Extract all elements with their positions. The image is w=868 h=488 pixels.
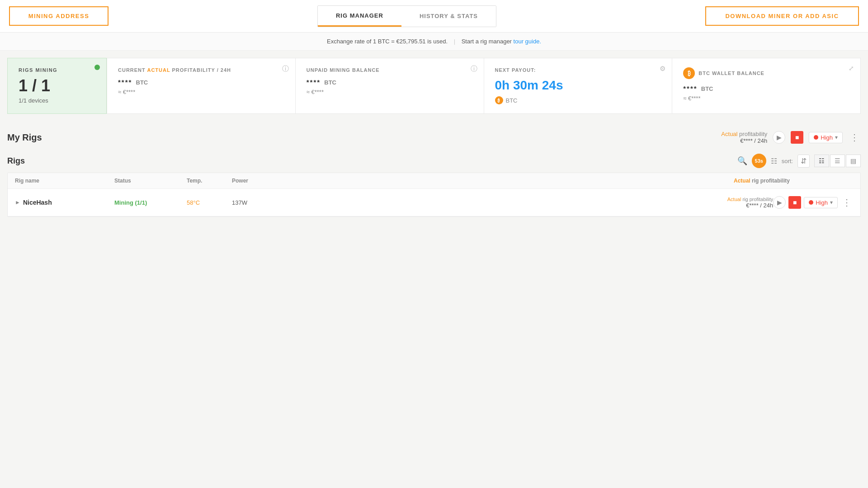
btc-wallet-card: ⤢ ₿ BTC WALLET BALANCE **** BTC ≈ €****: [672, 58, 861, 114]
col-rig-name-header: Rig name: [15, 178, 114, 184]
rigs-search-icon[interactable]: 🔍: [737, 156, 747, 166]
rigs-timer-badge: 53s: [752, 154, 766, 168]
rigs-mining-value: 1 / 1: [19, 76, 95, 95]
mining-address-button[interactable]: MINING ADDRESS: [9, 6, 108, 26]
rigs-mining-devices: 1/1 devices: [19, 97, 95, 104]
wallet-header: ₿ BTC WALLET BALANCE: [683, 67, 849, 79]
stats-row: RIGS MINING 1 / 1 1/1 devices ⓘ CURRENT …: [0, 51, 868, 121]
my-rigs-profit-label: Actual profitability: [721, 131, 767, 137]
my-rigs-high-badge[interactable]: High ▾: [809, 132, 843, 143]
rigs-sort-button[interactable]: ⇵: [797, 155, 810, 168]
col-profit-header: Actual rig profitability: [672, 178, 790, 184]
rig-high-label: High: [816, 199, 828, 206]
rigs-list-view-button[interactable]: ☰: [830, 155, 845, 167]
tab-rig-manager[interactable]: RIG MANAGER: [318, 6, 401, 27]
rig-table-header: Rig name Status Temp. Power Actual rig p…: [8, 173, 860, 189]
tour-guide-link[interactable]: tour guide.: [514, 38, 541, 45]
profitability-card: ⓘ CURRENT ACTUAL PROFITABILITY / 24H ***…: [107, 58, 295, 114]
unpaid-info-icon[interactable]: ⓘ: [471, 65, 477, 73]
download-miner-button[interactable]: DOWNLOAD MINER OR ADD ASIC: [705, 6, 859, 26]
online-indicator: [94, 65, 100, 70]
my-rigs-title: My Rigs: [7, 132, 42, 143]
rig-power-cell: 137W: [232, 199, 277, 206]
wallet-label: BTC WALLET BALANCE: [698, 70, 764, 76]
rig-actions-cell: ▶ ■ High ▾ ⋮: [773, 195, 853, 210]
rig-more-button[interactable]: ⋮: [840, 195, 853, 210]
table-row: ► NiceHash Mining (1/1) 58°C 137W Actual…: [8, 189, 860, 216]
wallet-expand-icon[interactable]: ⤢: [849, 65, 854, 72]
unpaid-eur: ≈ €****: [307, 89, 473, 95]
center-tabs: RIG MANAGER HISTORY & STATS: [317, 5, 496, 27]
tab-history-stats[interactable]: HISTORY & STATS: [401, 6, 496, 27]
rigs-section: Rigs 🔍 53s ☷ sort: ⇵ ☷ ☰ ▤ Rig name Stat…: [0, 149, 868, 221]
rig-play-button[interactable]: ▶: [773, 196, 786, 209]
payout-gear-icon[interactable]: ⚙: [660, 65, 665, 73]
next-payout-card: ⚙ NEXT PAYOUT: 0h 30m 24s ₿ BTC: [484, 58, 672, 114]
wallet-value: **** BTC: [683, 84, 849, 92]
rig-table: Rig name Status Temp. Power Actual rig p…: [7, 173, 861, 217]
rig-high-dot: [809, 200, 813, 205]
high-dot: [814, 135, 818, 140]
rig-temp-cell: 58°C: [187, 199, 232, 206]
rigs-section-header: Rigs 🔍 53s ☷ sort: ⇵ ☷ ☰ ▤: [7, 154, 861, 168]
my-rigs-stop-button[interactable]: ■: [791, 131, 803, 144]
wallet-eur: ≈ €****: [683, 95, 849, 102]
unpaid-label: UNPAID MINING BALANCE: [307, 67, 473, 73]
profitability-card-label: CURRENT ACTUAL PROFITABILITY / 24H: [118, 67, 284, 73]
btc-wallet-icon: ₿: [683, 67, 695, 79]
col-temp-header: Temp.: [187, 178, 232, 184]
next-payout-label: NEXT PAYOUT:: [495, 67, 661, 73]
col-status-header: Status: [114, 178, 187, 184]
rig-high-dropdown-icon: ▾: [830, 199, 833, 206]
rigs-sort-label: sort:: [782, 158, 793, 164]
top-nav: MINING ADDRESS RIG MANAGER HISTORY & STA…: [0, 0, 868, 33]
rig-status-cell: Mining (1/1): [114, 199, 187, 206]
divider: |: [454, 38, 455, 45]
my-rigs-section-header: My Rigs Actual profitability €**** / 24h…: [0, 121, 868, 149]
unpaid-balance-card: ⓘ UNPAID MINING BALANCE **** BTC ≈ €****: [295, 58, 484, 114]
rig-stop-button[interactable]: ■: [788, 196, 801, 209]
col-power-header: Power: [232, 178, 277, 184]
unpaid-value: **** BTC: [307, 78, 473, 86]
my-rigs-profit-value: €**** / 24h: [721, 137, 767, 144]
rig-expand-icon[interactable]: ►: [15, 199, 20, 206]
rig-name: NiceHash: [23, 199, 52, 206]
rigs-mining-card: RIGS MINING 1 / 1 1/1 devices: [7, 58, 107, 114]
my-rigs-profitability: Actual profitability €**** / 24h: [721, 131, 767, 144]
rigs-mining-label: RIGS MINING: [19, 67, 95, 73]
profitability-info-icon[interactable]: ⓘ: [282, 65, 289, 73]
rigs-view-buttons: ☷ ☰ ▤: [814, 155, 861, 167]
profitability-value: **** BTC: [118, 78, 284, 86]
next-payout-currency: ₿ BTC: [495, 96, 661, 104]
rig-profit-cell: Actual rig profitability €**** / 24h: [656, 197, 773, 209]
rig-manager-text: Start a rig manager: [462, 38, 512, 45]
next-payout-time: 0h 30m 24s: [495, 78, 661, 93]
my-rigs-more-button[interactable]: ⋮: [848, 130, 861, 145]
rig-profit-value: €**** / 24h: [656, 202, 773, 209]
rigs-grid-view-button[interactable]: ☷: [814, 155, 829, 167]
rig-high-badge[interactable]: High ▾: [804, 197, 838, 208]
rig-profit-label: Actual rig profitability: [656, 197, 773, 202]
exchange-bar: Exchange rate of 1 BTC = €25,795.51 is u…: [0, 33, 868, 51]
high-dropdown-icon: ▾: [835, 134, 838, 141]
my-rigs-play-button[interactable]: ▶: [773, 131, 785, 144]
profitability-eur: ≈ €****: [118, 89, 284, 95]
rig-name-cell: ► NiceHash: [15, 199, 114, 206]
my-rigs-controls: Actual profitability €**** / 24h ▶ ■ Hig…: [721, 130, 861, 145]
btc-icon-small: ₿: [495, 96, 503, 104]
high-label: High: [821, 134, 833, 141]
exchange-rate-text: Exchange rate of 1 BTC = €25,795.51 is u…: [327, 38, 448, 45]
rigs-detail-view-button[interactable]: ▤: [846, 155, 861, 167]
rigs-filter-icon[interactable]: ☷: [771, 157, 777, 165]
rigs-controls: 🔍 53s ☷ sort: ⇵ ☷ ☰ ▤: [737, 154, 861, 168]
rigs-title: Rigs: [7, 156, 25, 166]
